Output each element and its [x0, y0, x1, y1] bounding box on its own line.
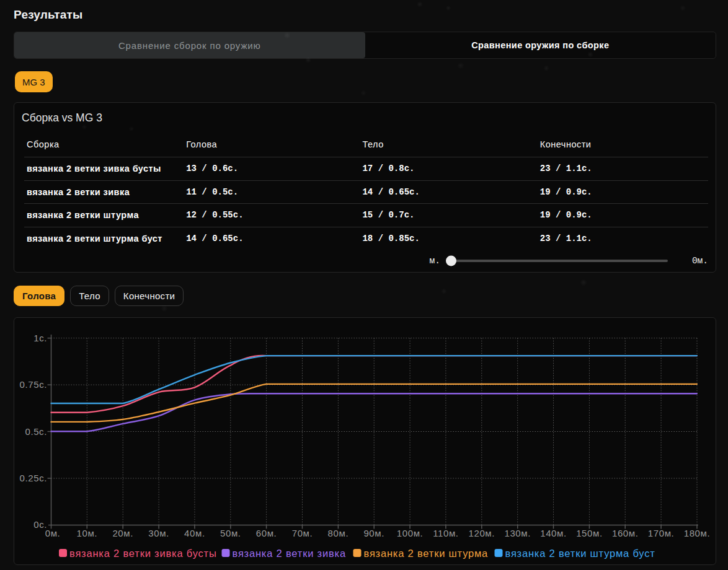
- svg-text:0.75с.: 0.75с.: [20, 379, 47, 390]
- svg-text:20м.: 20м.: [112, 528, 133, 538]
- svg-text:вязанка 2 ветки зивка: вязанка 2 ветки зивка: [233, 548, 346, 559]
- svg-text:10м.: 10м.: [77, 528, 98, 538]
- svg-text:0.25с.: 0.25с.: [20, 473, 47, 483]
- svg-text:110м.: 110м.: [433, 528, 458, 538]
- svg-text:150м.: 150м.: [576, 528, 603, 538]
- svg-text:170м.: 170м.: [648, 528, 675, 538]
- svg-text:вязанка 2 ветки штурма буст: вязанка 2 ветки штурма буст: [505, 548, 655, 559]
- svg-text:1с.: 1с.: [33, 333, 47, 343]
- svg-text:160м.: 160м.: [612, 528, 639, 538]
- svg-text:80м.: 80м.: [328, 528, 349, 538]
- svg-text:140м.: 140м.: [540, 528, 567, 538]
- svg-text:вязанка 2 ветки штурма: вязанка 2 ветки штурма: [364, 548, 489, 559]
- svg-text:30м.: 30м.: [148, 528, 169, 538]
- svg-text:60м.: 60м.: [256, 528, 277, 538]
- svg-text:70м.: 70м.: [292, 528, 313, 538]
- svg-text:0м.: 0м.: [45, 528, 61, 538]
- svg-text:90м.: 90м.: [363, 528, 384, 538]
- svg-text:130м.: 130м.: [504, 528, 531, 538]
- svg-text:120м.: 120м.: [469, 528, 495, 538]
- svg-text:50м.: 50м.: [220, 528, 241, 538]
- svg-text:180м.: 180м.: [684, 528, 711, 538]
- svg-text:вязанка 2 ветки зивка бусты: вязанка 2 ветки зивка бусты: [69, 548, 217, 559]
- svg-text:40м.: 40м.: [184, 528, 205, 538]
- svg-text:0.5с.: 0.5с.: [25, 426, 47, 437]
- svg-text:100м.: 100м.: [397, 528, 424, 538]
